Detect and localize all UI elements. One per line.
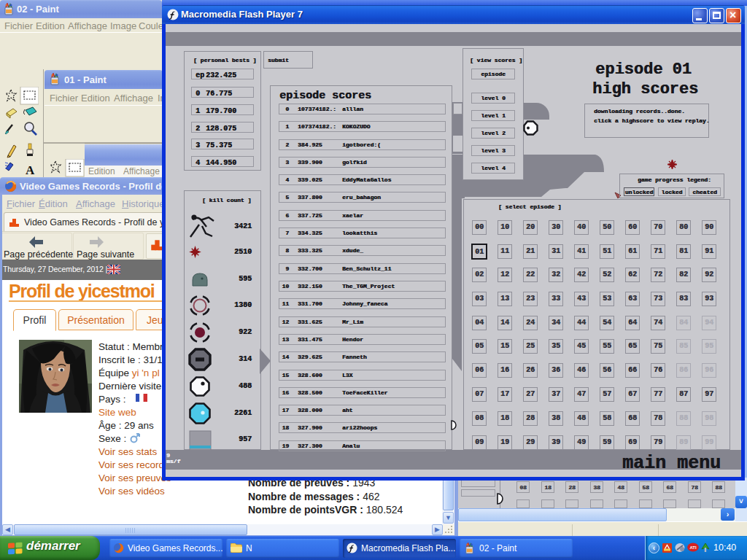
svg-text:A: A [26, 163, 35, 177]
svg-text:ATI: ATI [689, 545, 697, 550]
